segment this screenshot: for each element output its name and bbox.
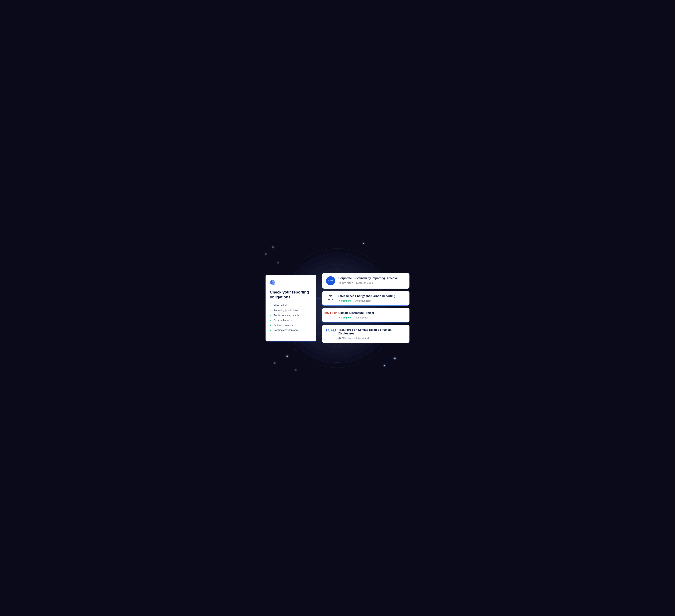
tcfd-status: 52% ready [339, 337, 353, 339]
secr-content: Streamlined Energy and Carbon Reporting … [339, 294, 406, 302]
cards-stack: CSRD ★ ★ ★ ★ ★ Corporate Sustainability … [322, 273, 409, 343]
list-item-label: Public company details [274, 314, 299, 317]
cdp-arrows-icon: ⋙ [324, 311, 329, 315]
list-item-label: General finances [274, 319, 292, 322]
secr-logo: ⚜ SECR [326, 294, 335, 301]
secr-emblem-icon: ⚜ [329, 294, 332, 298]
check-icon: ✓ [270, 319, 272, 322]
sparkle [266, 254, 266, 254]
secr-label: SECR [328, 298, 334, 301]
list-item: ✓ Reporting jurisdictions [270, 309, 311, 312]
dot-sep: · [354, 337, 355, 340]
tcfd-meta: 52% ready · International [339, 337, 406, 340]
cdp-label: CDP [330, 311, 337, 315]
tcfd-content: Task Force on Climate-Related Financial … [339, 328, 406, 340]
secr-card: ⚜ SECR Streamlined Energy and Carbon Rep… [322, 291, 409, 306]
globe-icon [270, 280, 311, 287]
check-icon: ✓ [270, 324, 272, 326]
panel-title: Check your reporting obligations [270, 290, 311, 300]
sparkle [295, 370, 296, 370]
csrd-status: 41% ready [339, 282, 353, 284]
cdp-meta: ✓ Complete · International [339, 316, 406, 319]
list-item: ✓ General finances [270, 319, 311, 322]
check-icon: ✓ [270, 329, 272, 331]
scene: Check your reporting obligations ✓ Time … [258, 236, 417, 380]
pie-41-icon [339, 282, 341, 284]
cdp-title: Climate Disclosure Project [339, 311, 406, 315]
list-item: ✓ Banking and insurance [270, 329, 311, 331]
cdp-status-text: Complete [341, 316, 351, 319]
list-item: ✓ Federal contracts [270, 324, 311, 326]
secr-meta: ✓ Complete · United Kingdom [339, 300, 406, 302]
cdp-card: ⋙ CDP Climate Disclosure Project ✓ Compl… [322, 308, 409, 322]
csrd-percent: 41% ready [342, 282, 353, 284]
content-wrapper: Check your reporting obligations ✓ Time … [266, 273, 409, 343]
dot-sep: · [353, 316, 354, 319]
cdp-logo: ⋙ CDP [326, 311, 335, 315]
tcfd-percent: 52% ready [342, 337, 353, 339]
cdp-container: ⋙ CDP [324, 311, 337, 315]
check-icon: ✓ [270, 309, 272, 312]
cdp-status: ✓ Complete [339, 316, 351, 319]
csrd-jurisdiction: European Union [356, 282, 373, 284]
csrd-meta: 41% ready · European Union [339, 282, 406, 284]
left-panel: Check your reporting obligations ✓ Time … [266, 275, 316, 341]
list-item-label: Banking and insurance [274, 329, 299, 331]
checklist: ✓ Time period ✓ Reporting jurisdictions … [270, 304, 311, 331]
tcfd-title: Task Force on Climate-Related Financial … [339, 328, 406, 335]
sparkle [394, 358, 395, 359]
sparkle [287, 356, 288, 357]
secr-status-text: Complete [341, 300, 351, 302]
secr-jurisdiction: United Kingdom [355, 300, 371, 302]
list-item: ✓ Time period [270, 304, 311, 307]
cdp-jurisdiction: International [355, 316, 368, 319]
sparkle [278, 262, 279, 263]
tcfd-label: TCFD [325, 328, 336, 332]
csrd-content: Corporate Sustainability Reporting Direc… [339, 276, 406, 284]
tcfd-card: TCFD Task Force on Climate-Related Finan… [322, 325, 409, 343]
check-icon: ✓ [270, 304, 272, 307]
csrd-logo: CSRD ★ ★ ★ ★ ★ [326, 276, 335, 286]
sparkle [363, 243, 364, 244]
check-icon: ✓ [270, 314, 272, 317]
csrd-badge: CSRD ★ ★ ★ ★ ★ [326, 276, 335, 286]
csrd-title: Corporate Sustainability Reporting Direc… [339, 276, 406, 280]
list-item: ✓ Public company details [270, 314, 311, 317]
cdp-content: Climate Disclosure Project ✓ Complete · … [339, 311, 406, 319]
list-item-label: Time period [274, 304, 287, 307]
csrd-label: CSRD [328, 279, 333, 281]
csrd-stars: ★ ★ ★ ★ ★ [328, 281, 333, 283]
list-item-label: Reporting jurisdictions [274, 309, 298, 312]
secr-status: ✓ Complete [339, 300, 351, 302]
horizontal-connector [316, 308, 322, 308]
pie-52-icon [339, 337, 341, 339]
tcfd-logo: TCFD [326, 328, 335, 332]
list-item-label: Federal contracts [274, 324, 293, 326]
sparkle [273, 247, 274, 248]
dot-sep: · [354, 282, 355, 284]
secr-container: ⚜ SECR [328, 294, 334, 301]
sparkle [384, 365, 385, 366]
dot-sep: · [353, 300, 354, 302]
csrd-card: CSRD ★ ★ ★ ★ ★ Corporate Sustainability … [322, 273, 409, 289]
tcfd-jurisdiction: International [356, 337, 369, 339]
secr-title: Streamlined Energy and Carbon Reporting [339, 294, 406, 298]
sparkle [274, 363, 275, 364]
